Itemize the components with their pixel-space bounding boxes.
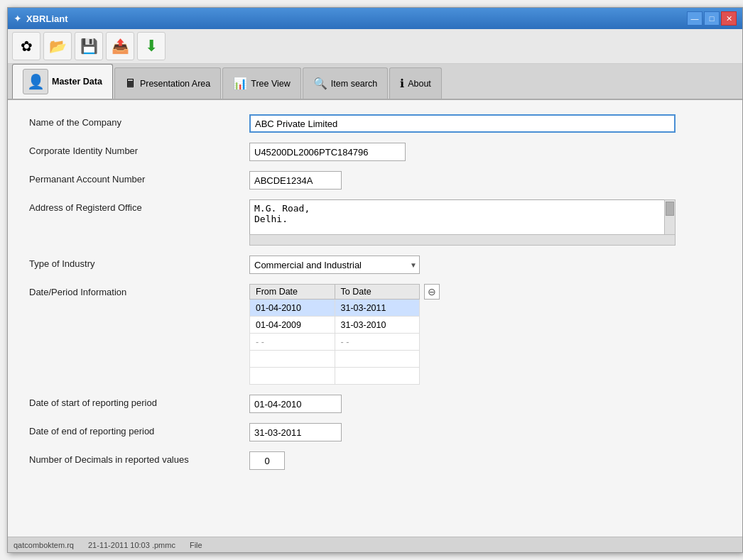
tab-tree-view[interactable]: 📊 Tree View	[222, 67, 301, 99]
corporate-id-row: Corporate Identity Number	[29, 143, 721, 161]
col-from-date: From Date	[250, 285, 335, 300]
date-to-2: 31-03-2010	[335, 317, 420, 334]
company-name-input[interactable]	[249, 114, 676, 133]
report-end-input[interactable]	[249, 423, 342, 441]
tab-presentation-area[interactable]: 🖩 Presentation Area	[114, 67, 221, 99]
date-row-4[interactable]	[250, 351, 420, 368]
address-field: M.G. Road, Delhi.	[249, 199, 721, 246]
tab-master-data[interactable]: 👤 Master Data	[12, 64, 113, 99]
pan-field	[249, 171, 721, 190]
decimals-label: Number of Decimals in reported values	[29, 451, 249, 465]
industry-field: Commercial and Industrial Banking Insura…	[249, 256, 721, 274]
open-button[interactable]: 📂	[43, 32, 72, 60]
date-to-4	[335, 351, 420, 368]
report-start-row: Date of start of reporting period	[29, 395, 721, 413]
minimize-button[interactable]: —	[687, 11, 703, 26]
date-period-row: Date/Period Information From Date To Dat…	[29, 284, 721, 385]
minus-icon: ⊖	[428, 286, 436, 297]
item-search-icon: 🔍	[313, 77, 327, 90]
address-row: Address of Registerd Office M.G. Road, D…	[29, 199, 721, 246]
date-from-2: 01-04-2009	[250, 317, 335, 334]
date-from-1: 01-04-2010	[250, 300, 335, 317]
title-bar-left: ✦ XBRLiant	[13, 13, 68, 24]
corporate-id-label: Corporate Identity Number	[29, 143, 249, 156]
presentation-icon: 🖩	[125, 77, 136, 90]
close-button[interactable]: ✕	[721, 11, 737, 26]
status-right: File	[190, 541, 202, 549]
tree-view-icon: 📊	[233, 77, 247, 90]
company-name-field	[249, 114, 721, 133]
title-bar: ✦ XBRLiant — □ ✕	[8, 8, 742, 29]
status-left: qatcomboktem.rq	[13, 541, 74, 549]
tab-item-search[interactable]: 🔍 Item search	[303, 67, 388, 99]
download-button[interactable]: ⬇	[137, 32, 166, 60]
status-middle: 21-11-2011 10:03 .pmmc	[88, 541, 175, 549]
date-to-3: - -	[335, 334, 420, 351]
date-row-2[interactable]: 01-04-2009 31-03-2010	[250, 317, 420, 334]
date-to-1: 31-03-2011	[335, 300, 420, 317]
tabs-bar: 👤 Master Data 🖩 Presentation Area 📊 Tree…	[8, 64, 742, 100]
new-button[interactable]: ✿	[12, 32, 40, 60]
tab-presentation-label: Presentation Area	[140, 79, 210, 89]
date-period-label: Date/Period Information	[29, 284, 249, 297]
remove-date-button[interactable]: ⊖	[424, 284, 440, 300]
tab-about[interactable]: ℹ About	[389, 67, 442, 99]
content-area: Name of the Company Corporate Identity N…	[8, 100, 742, 537]
company-name-label: Name of the Company	[29, 114, 249, 128]
corporate-id-field	[249, 143, 721, 161]
date-row-1[interactable]: 01-04-2010 31-03-2011	[250, 300, 420, 317]
tab-tree-view-label: Tree View	[251, 79, 291, 89]
upload-button[interactable]: 📤	[106, 32, 134, 60]
app-title: XBRLiant	[26, 13, 68, 24]
date-period-field: From Date To Date 01-04-2010 31-03-2011 …	[249, 284, 721, 385]
industry-row: Type of Industry Commercial and Industri…	[29, 256, 721, 274]
pan-row: Permanant Account Number	[29, 171, 721, 190]
industry-label: Type of Industry	[29, 256, 249, 269]
maximize-button[interactable]: □	[704, 11, 720, 26]
report-end-field	[249, 423, 721, 441]
date-period-table: From Date To Date 01-04-2010 31-03-2011 …	[249, 284, 420, 385]
decimals-input[interactable]	[249, 451, 285, 470]
date-row-5[interactable]	[250, 368, 420, 385]
status-bar: qatcomboktem.rq 21-11-2011 10:03 .pmmc F…	[8, 537, 742, 552]
industry-select[interactable]: Commercial and Industrial Banking Insura…	[249, 256, 420, 274]
date-from-3: - -	[250, 334, 335, 351]
date-from-4	[250, 351, 335, 368]
pan-label: Permanant Account Number	[29, 171, 249, 185]
tab-master-data-label: Master Data	[52, 77, 102, 87]
col-to-date: To Date	[335, 285, 420, 300]
industry-select-wrap: Commercial and Industrial Banking Insura…	[249, 256, 420, 274]
report-start-field	[249, 395, 721, 413]
main-window: ✦ XBRLiant — □ ✕ ✿ 📂 💾 📤 ⬇ 👤 Master Data…	[7, 7, 743, 553]
pan-input[interactable]	[249, 171, 342, 190]
date-to-5	[335, 368, 420, 385]
master-data-avatar: 👤	[23, 69, 48, 94]
app-icon: ✦	[13, 13, 22, 24]
tab-item-search-label: Item search	[331, 79, 377, 89]
address-hscrollbar[interactable]	[249, 234, 676, 246]
report-start-label: Date of start of reporting period	[29, 395, 249, 408]
decimals-field	[249, 451, 721, 470]
toolbar: ✿ 📂 💾 📤 ⬇	[8, 29, 742, 64]
tab-about-label: About	[408, 79, 431, 89]
report-start-input[interactable]	[249, 395, 342, 413]
corporate-id-input[interactable]	[249, 143, 406, 161]
scrollbar-thumb	[666, 202, 674, 216]
date-from-5	[250, 368, 335, 385]
decimals-row: Number of Decimals in reported values	[29, 451, 721, 470]
date-row-3[interactable]: - - - -	[250, 334, 420, 351]
window-controls: — □ ✕	[687, 11, 737, 26]
report-end-row: Date of end of reporting period	[29, 423, 721, 441]
about-icon: ℹ	[400, 77, 404, 90]
company-name-row: Name of the Company	[29, 114, 721, 133]
date-table-wrapper: From Date To Date 01-04-2010 31-03-2011 …	[249, 284, 721, 385]
report-end-label: Date of end of reporting period	[29, 423, 249, 437]
address-label: Address of Registerd Office	[29, 199, 249, 213]
save-button[interactable]: 💾	[75, 32, 103, 60]
